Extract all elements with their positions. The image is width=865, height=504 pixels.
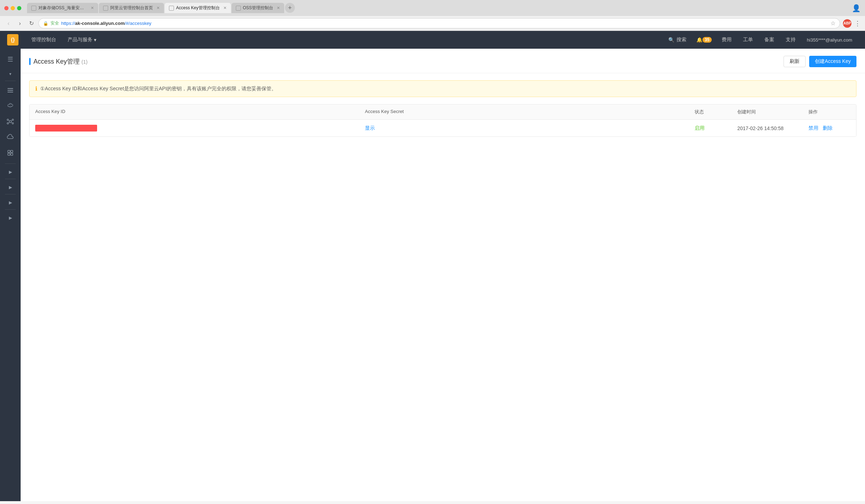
svg-rect-12 (8, 150, 10, 152)
sidebar-list-icon[interactable] (3, 83, 17, 97)
aliyun-logo: {} (7, 34, 18, 45)
warning-banner: ℹ ①Access Key ID和Access Key Secret是您访问阿里… (29, 80, 856, 97)
svg-line-9 (11, 120, 12, 121)
sidebar-expand-arrow-2[interactable]: ▶ (0, 183, 21, 192)
minimize-window-btn[interactable] (11, 6, 15, 10)
browser-tab-2[interactable]: 阿里云管理控制台首页 ✕ (99, 3, 164, 13)
warning-icon: ℹ (35, 85, 37, 92)
page-actions: 刷新 创建Access Key (784, 56, 856, 67)
sidebar-menu-icon[interactable]: ☰ (3, 52, 17, 66)
new-tab-button[interactable]: + (285, 3, 295, 13)
refresh-button[interactable]: 刷新 (784, 56, 806, 67)
adblock-icon[interactable]: ABP (843, 19, 851, 28)
page-title-bar-accent (29, 58, 31, 65)
sidebar-nodes-icon[interactable] (3, 114, 17, 129)
tab-favicon-4 (236, 6, 241, 11)
sidebar-layers-icon[interactable] (3, 146, 17, 160)
column-header-access-key-secret: Access Key Secret (359, 104, 689, 119)
nav-notification-bell[interactable]: 🔔 35 (692, 37, 716, 43)
tab-title-2: 阿里云管理控制台首页 (110, 5, 153, 11)
svg-rect-2 (7, 92, 13, 92)
top-navigation: {} 管理控制台 产品与服务 ▾ 🔍 搜索 🔔 35 费用 工单 备案 支持 h… (0, 31, 865, 49)
bookmark-star-icon[interactable]: ☆ (830, 20, 835, 27)
tab-title-3: Access Key管理控制台 (176, 5, 220, 11)
tab-favicon-2 (103, 6, 108, 11)
cell-actions: 禁用 删除 (803, 120, 856, 136)
svg-point-6 (7, 123, 9, 124)
svg-rect-13 (11, 150, 13, 152)
browser-tabs: 对象存储OSS_海量安全高可靠... ✕ 阿里云管理控制台首页 ✕ Access… (27, 3, 849, 13)
cell-created-at: 2017-02-26 14:50:58 (732, 120, 803, 136)
main-content: Access Key管理 (1) 刷新 创建Access Key ℹ ①Acce… (21, 49, 865, 501)
nav-right-section: 费用 工单 备案 支持 hi355****@aliyun.com (716, 31, 858, 49)
svg-point-5 (12, 119, 14, 120)
products-label: 产品与服务 (68, 37, 92, 43)
sidebar-puzzle-icon[interactable] (3, 99, 17, 113)
page-title: Access Key管理 (1) (33, 57, 87, 66)
main-area: ☰ ▾ (0, 49, 865, 501)
profile-icon[interactable]: 👤 (852, 4, 861, 12)
tab-close-1[interactable]: ✕ (91, 6, 94, 10)
nav-tickets[interactable]: 工单 (737, 31, 759, 49)
notification-badge: 35 (702, 37, 711, 43)
svg-line-8 (9, 120, 9, 121)
app-container: {} 管理控制台 产品与服务 ▾ 🔍 搜索 🔔 35 费用 工单 备案 支持 h… (0, 31, 865, 501)
sidebar-expand-arrow-4[interactable]: ▶ (0, 213, 21, 222)
url-path: /#/accesskey (124, 21, 151, 26)
sidebar-expand-arrow-1[interactable]: ▶ (0, 167, 21, 177)
tab-title-4: OSS管理控制台 (243, 5, 273, 11)
page-title-count: (1) (81, 59, 87, 65)
column-header-created-at: 创建时间 (732, 104, 803, 119)
nav-costs[interactable]: 费用 (716, 31, 737, 49)
address-bar[interactable]: 🔒 安全 https://ak-console.aliyun.com/#/acc… (38, 18, 840, 28)
bell-icon: 🔔 (696, 37, 702, 43)
security-lock-icon: 🔒 (43, 21, 48, 26)
svg-rect-14 (8, 153, 10, 155)
browser-tab-1[interactable]: 对象存储OSS_海量安全高可靠... ✕ (27, 3, 98, 13)
svg-rect-15 (11, 153, 13, 155)
nav-support[interactable]: 支持 (780, 31, 801, 49)
forward-button[interactable]: › (16, 19, 24, 28)
browser-tab-3[interactable]: Access Key管理控制台 ✕ (165, 3, 231, 13)
svg-line-10 (9, 122, 9, 123)
reload-button[interactable]: ↻ (27, 19, 36, 28)
nav-management-console[interactable]: 管理控制台 (26, 31, 62, 49)
sidebar-expand-arrow-3[interactable]: ▶ (0, 198, 21, 207)
table-row: ██████████████████ 显示 启用 2017-02-26 14:5… (30, 120, 856, 136)
tab-close-3[interactable]: ✕ (223, 6, 227, 10)
tab-close-4[interactable]: ✕ (277, 6, 280, 10)
create-access-key-button[interactable]: 创建Access Key (809, 56, 856, 67)
tab-favicon-1 (31, 6, 36, 11)
maximize-window-btn[interactable] (17, 6, 21, 10)
secure-label: 安全 (51, 20, 59, 26)
page-title-text: Access Key管理 (33, 58, 80, 65)
back-button[interactable]: ‹ (4, 19, 13, 28)
nav-record[interactable]: 备案 (759, 31, 780, 49)
browser-tab-4[interactable]: OSS管理控制台 ✕ (232, 3, 284, 13)
page-header: Access Key管理 (1) 刷新 创建Access Key (21, 49, 865, 73)
logo-text: {} (11, 37, 15, 43)
tab-close-2[interactable]: ✕ (156, 6, 160, 10)
delete-action-link[interactable]: 删除 (823, 125, 833, 132)
sidebar-divider-3 (5, 179, 16, 179)
svg-rect-0 (7, 88, 13, 89)
close-window-btn[interactable] (4, 6, 9, 10)
search-icon: 🔍 (668, 37, 674, 43)
sidebar-divider-4 (5, 194, 16, 194)
svg-line-11 (11, 122, 12, 123)
cell-access-key-secret[interactable]: 显示 (359, 120, 689, 136)
nav-search[interactable]: 🔍 搜索 (663, 37, 692, 43)
svg-point-4 (7, 119, 9, 120)
url-domain: ak-console.aliyun.com (75, 21, 124, 26)
sidebar-expand-1[interactable]: ▾ (0, 69, 21, 79)
page-title-area: Access Key管理 (1) (29, 57, 87, 66)
browser-menu-icon[interactable]: ⋮ (854, 20, 861, 27)
nav-products-services[interactable]: 产品与服务 ▾ (62, 31, 102, 49)
browser-nav-bar: ‹ › ↻ 🔒 安全 https://ak-console.aliyun.com… (0, 16, 865, 31)
nav-user-email[interactable]: hi355****@aliyun.com (801, 37, 858, 43)
browser-title-bar: 对象存储OSS_海量安全高可靠... ✕ 阿里云管理控制台首页 ✕ Access… (0, 0, 865, 16)
tab-title-1: 对象存储OSS_海量安全高可靠... (38, 5, 87, 11)
column-header-status: 状态 (689, 104, 732, 119)
sidebar-cloud-icon[interactable] (3, 130, 17, 144)
disable-action-link[interactable]: 禁用 (808, 125, 818, 132)
